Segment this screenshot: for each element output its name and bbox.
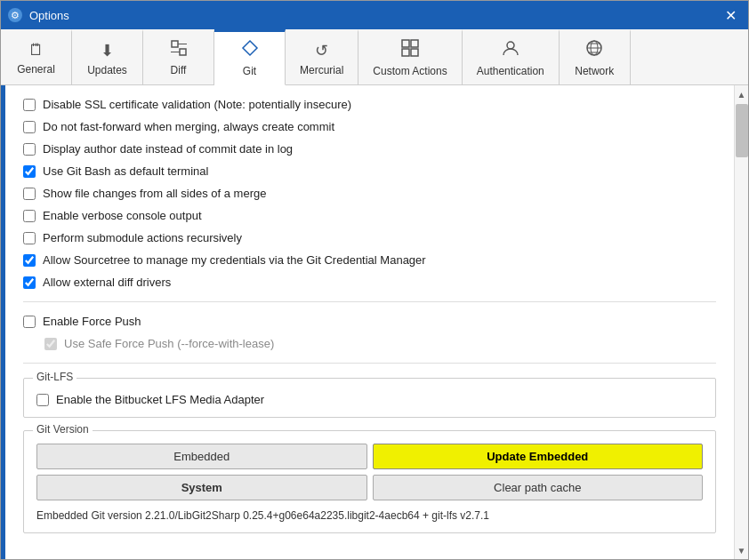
checkbox-force-push: Enable Force Push [23, 313, 716, 330]
checkbox-allow-external-diff: Allow external diff drivers [23, 274, 716, 291]
use-git-bash-checkbox[interactable] [23, 165, 36, 178]
svg-rect-6 [411, 40, 418, 47]
tab-mercurial[interactable]: ↺ Mercurial [286, 29, 358, 84]
diff-icon [171, 40, 187, 60]
tab-authentication-label: Authentication [477, 65, 544, 77]
checkbox-enable-verbose: Enable verbose console output [23, 207, 716, 224]
tabs-bar: 🗒 General ⬇ Updates Diff [1, 29, 748, 85]
scroll-down-button[interactable]: ▼ [735, 541, 748, 559]
app-icon: ⚙ [8, 8, 22, 22]
git-version-title: Git Version [33, 423, 93, 436]
checkbox-perform-submodule: Perform submodule actions recursively [23, 229, 716, 246]
system-button[interactable]: System [36, 475, 367, 500]
mercurial-icon: ↺ [315, 41, 328, 60]
updates-icon: ⬇ [101, 41, 114, 60]
perform-submodule-checkbox[interactable] [23, 232, 36, 244]
git-lfs-checkbox[interactable] [36, 394, 49, 406]
window-title: Options [29, 9, 69, 22]
options-window: ⚙ Options ✕ 🗒 General ⬇ Updates Diff [0, 0, 749, 560]
tab-network[interactable]: Network [560, 29, 631, 84]
allow-external-diff-label[interactable]: Allow external diff drivers [43, 276, 171, 289]
title-bar-left: ⚙ Options [8, 8, 69, 22]
git-version-section: Git Version Embedded Update Embedded Sys… [23, 430, 716, 533]
svg-rect-0 [172, 41, 178, 47]
disable-ssl-checkbox[interactable] [23, 99, 36, 111]
main-content: Disable SSL certificate validation (Note… [5, 85, 734, 559]
svg-rect-1 [180, 49, 186, 55]
clear-path-cache-button[interactable]: Clear path cache [373, 475, 704, 500]
checkbox-no-fast-forward: Do not fast-forward when merging, always… [23, 118, 716, 135]
custom-actions-icon [401, 39, 419, 61]
perform-submodule-label[interactable]: Perform submodule actions recursively [43, 231, 242, 244]
scrollbar[interactable]: ▲ ▼ [734, 85, 748, 559]
display-author-date-label[interactable]: Display author date instead of commit da… [43, 142, 293, 156]
tab-custom-actions[interactable]: Custom Actions [358, 29, 462, 84]
update-embedded-button[interactable]: Update Embedded [373, 444, 704, 469]
tab-custom-actions-label: Custom Actions [373, 65, 447, 77]
use-git-bash-label[interactable]: Use Git Bash as default terminal [43, 164, 208, 178]
git-lfs-label[interactable]: Enable the Bitbucket LFS Media Adapter [56, 393, 264, 406]
tab-general[interactable]: 🗒 General [1, 29, 72, 84]
tab-mercurial-label: Mercurial [300, 64, 343, 76]
checkbox-display-author-date: Display author date instead of commit da… [23, 140, 716, 157]
force-push-checkbox[interactable] [23, 316, 36, 328]
git-icon [241, 39, 259, 61]
tab-git[interactable]: Git [214, 29, 286, 85]
tab-diff-label: Diff [171, 64, 187, 76]
git-lfs-title: Git-LFS [33, 371, 77, 383]
tab-diff[interactable]: Diff [143, 29, 214, 84]
disable-ssl-label[interactable]: Disable SSL certificate validation (Note… [43, 98, 351, 111]
svg-point-9 [507, 42, 514, 49]
content-area: Disable SSL certificate validation (Note… [1, 85, 748, 559]
allow-external-diff-checkbox[interactable] [23, 276, 36, 289]
tab-updates[interactable]: ⬇ Updates [72, 29, 143, 84]
tab-authentication[interactable]: Authentication [463, 29, 560, 84]
tab-git-label: Git [243, 65, 256, 77]
allow-sourcetree-checkbox[interactable] [23, 254, 36, 267]
no-fast-forward-label[interactable]: Do not fast-forward when merging, always… [43, 120, 334, 133]
embedded-button[interactable]: Embedded [36, 444, 367, 469]
svg-rect-8 [411, 49, 418, 56]
force-push-label[interactable]: Enable Force Push [43, 315, 141, 328]
scroll-thumb[interactable] [736, 104, 748, 157]
display-author-date-checkbox[interactable] [23, 143, 36, 156]
no-fast-forward-checkbox[interactable] [23, 121, 36, 133]
git-lfs-section: Git-LFS Enable the Bitbucket LFS Media A… [23, 378, 716, 418]
git-version-buttons: Embedded Update Embedded System Clear pa… [36, 444, 703, 500]
show-file-changes-checkbox[interactable] [23, 188, 36, 200]
allow-sourcetree-label[interactable]: Allow Sourcetree to manage my credential… [43, 253, 426, 267]
enable-verbose-label[interactable]: Enable verbose console output [43, 209, 202, 222]
network-icon [585, 39, 603, 61]
checkbox-disable-ssl: Disable SSL certificate validation (Note… [23, 96, 716, 113]
authentication-icon [502, 39, 519, 61]
tab-updates-label: Updates [87, 64, 127, 76]
title-bar: ⚙ Options ✕ [1, 1, 748, 29]
checkbox-use-git-bash: Use Git Bash as default terminal [23, 163, 716, 180]
tab-general-label: General [17, 63, 55, 76]
close-button[interactable]: ✕ [720, 4, 741, 26]
svg-rect-5 [402, 40, 409, 47]
enable-verbose-checkbox[interactable] [23, 210, 36, 222]
checkbox-show-file-changes: Show file changes from all sides of a me… [23, 185, 716, 202]
version-info-text: Embedded Git version 2.21.0/LibGit2Sharp… [36, 508, 703, 524]
safe-force-push-label: Use Safe Force Push (--force-with-lease) [64, 337, 274, 350]
show-file-changes-label[interactable]: Show file changes from all sides of a me… [43, 187, 266, 200]
svg-rect-7 [402, 49, 409, 56]
checkbox-safe-force-push: Use Safe Force Push (--force-with-lease) [23, 335, 716, 352]
scroll-up-button[interactable]: ▲ [735, 85, 748, 103]
checkbox-git-lfs: Enable the Bitbucket LFS Media Adapter [36, 391, 703, 408]
divider-2 [23, 363, 716, 364]
tab-network-label: Network [575, 65, 614, 77]
checkbox-allow-sourcetree: Allow Sourcetree to manage my credential… [23, 252, 716, 268]
safe-force-push-checkbox[interactable] [44, 338, 57, 350]
general-icon: 🗒 [28, 41, 44, 60]
divider-1 [23, 301, 716, 302]
svg-marker-4 [243, 41, 257, 55]
